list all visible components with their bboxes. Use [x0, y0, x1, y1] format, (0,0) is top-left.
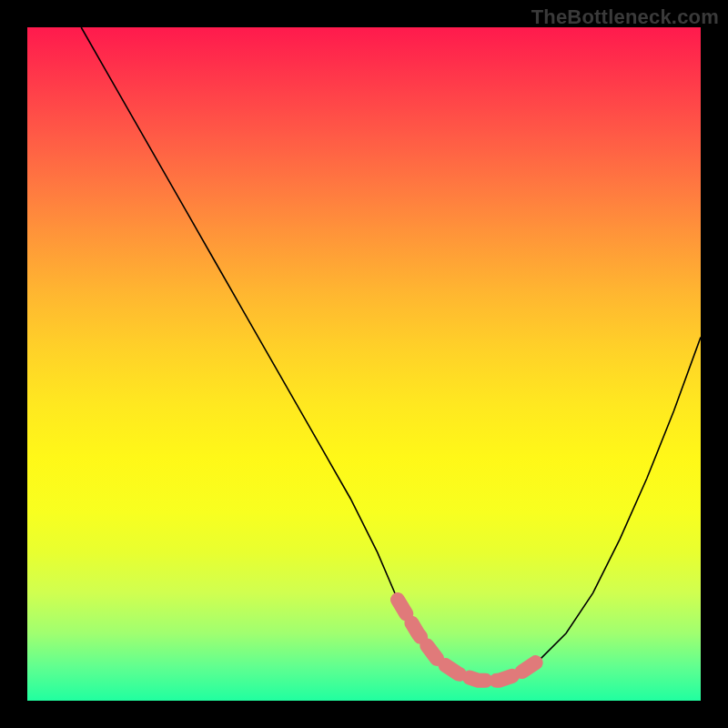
optimal-band: [398, 600, 539, 681]
chart-svg: [27, 27, 701, 701]
bottleneck-curve: [81, 27, 701, 681]
watermark-text: TheBottleneck.com: [531, 5, 719, 29]
chart-plot-area: [27, 27, 701, 701]
